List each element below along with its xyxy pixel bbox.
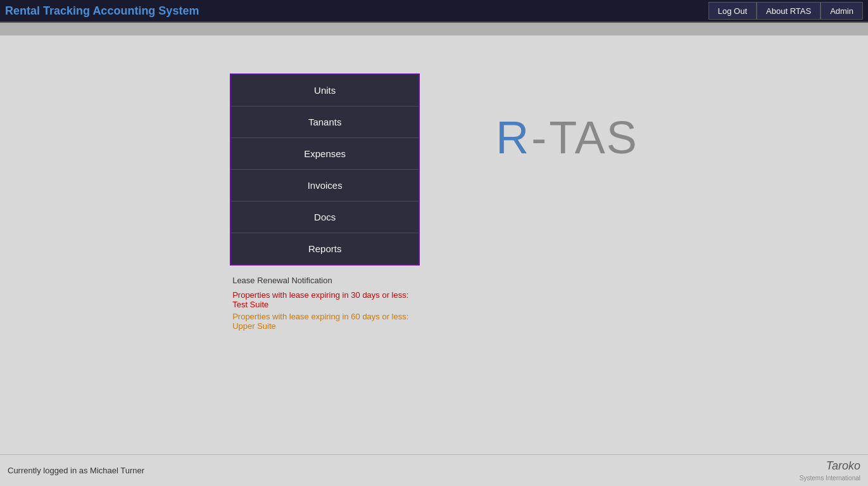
header-nav: Log Out About RTAS Admin xyxy=(708,2,863,20)
lease-30-property: Test Suite xyxy=(232,300,408,309)
app-title: Rental Tracking Accounting System xyxy=(5,4,199,18)
menu-item-docs[interactable]: Docs xyxy=(231,201,418,233)
left-panel: UnitsTanantsExpensesInvoicesDocsReports … xyxy=(230,74,420,333)
notification-area: Lease Renewal Notification Properties wi… xyxy=(230,276,408,333)
header: Rental Tracking Accounting System Log Ou… xyxy=(0,0,868,23)
menu-item-tanants[interactable]: Tanants xyxy=(231,106,418,138)
menu-item-invoices[interactable]: Invoices xyxy=(231,170,418,201)
admin-button[interactable]: Admin xyxy=(821,2,863,20)
about-button[interactable]: About RTAS xyxy=(757,2,821,20)
logo-r: R xyxy=(496,112,530,163)
main-content: UnitsTanantsExpensesInvoicesDocsReports … xyxy=(0,35,868,454)
logo: R - TAS xyxy=(496,112,638,163)
logo-tas: TAS xyxy=(549,112,638,163)
logo-dash: - xyxy=(531,112,548,163)
footer: Currently logged in as Michael Turner Ta… xyxy=(0,454,868,486)
notification-title: Lease Renewal Notification xyxy=(232,276,408,285)
right-panel: R - TAS xyxy=(496,74,638,163)
lease-30-message: Properties with lease expiring in 30 day… xyxy=(232,290,408,309)
footer-user: Currently logged in as Michael Turner xyxy=(8,466,144,475)
footer-brand-name: Taroko xyxy=(800,459,860,473)
lease-60-message: Properties with lease expiring in 60 day… xyxy=(232,312,408,331)
separator-bar xyxy=(0,23,868,35)
menu-item-units[interactable]: Units xyxy=(231,75,418,106)
menu-container: UnitsTanantsExpensesInvoicesDocsReports xyxy=(230,74,420,265)
footer-brand: Taroko Systems International xyxy=(800,459,860,482)
menu-item-reports[interactable]: Reports xyxy=(231,233,418,264)
menu-item-expenses[interactable]: Expenses xyxy=(231,138,418,170)
footer-brand-sub: Systems International xyxy=(800,474,860,482)
logout-button[interactable]: Log Out xyxy=(708,2,757,20)
lease-60-property: Upper Suite xyxy=(232,321,408,331)
